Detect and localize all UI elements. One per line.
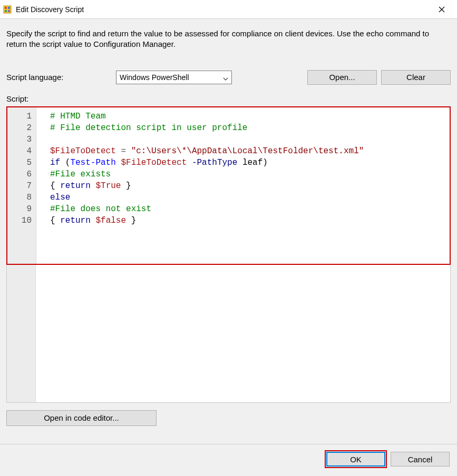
script-editor[interactable]: 12345678910 # HTMD Team# File detection … xyxy=(6,106,451,265)
close-icon xyxy=(439,6,445,13)
line-number: 6 xyxy=(14,168,32,180)
code-line xyxy=(50,134,445,145)
clear-button-label: Clear xyxy=(406,73,425,82)
code-line: else xyxy=(50,192,445,203)
editor-gutter: 12345678910 xyxy=(7,107,36,264)
line-number: 7 xyxy=(14,180,32,192)
svg-rect-3 xyxy=(5,10,7,12)
svg-rect-1 xyxy=(5,7,7,9)
code-line: #File exists xyxy=(50,168,445,180)
code-line: # File detection script in user profile xyxy=(50,122,445,134)
line-number: 5 xyxy=(14,157,32,168)
line-number: 3 xyxy=(14,134,32,145)
svg-rect-2 xyxy=(8,7,10,9)
code-line: #File does not exist xyxy=(50,203,445,215)
instructions-text: Specify the script to find and return th… xyxy=(6,28,451,50)
cancel-button[interactable]: Cancel xyxy=(391,452,450,467)
line-number: 4 xyxy=(14,145,32,157)
app-icon xyxy=(3,5,12,14)
chevron-down-icon xyxy=(223,75,228,80)
open-button-label: Open... xyxy=(329,73,355,82)
open-button[interactable]: Open... xyxy=(307,70,377,85)
line-number: 10 xyxy=(14,215,32,226)
script-language-label: Script language: xyxy=(6,73,112,82)
code-line: if (Test-Path $FileToDetect -PathType le… xyxy=(50,157,445,168)
code-line: { return $false } xyxy=(50,215,445,226)
code-line: # HTMD Team xyxy=(50,111,445,122)
ok-button-label: OK xyxy=(350,455,362,464)
ok-button[interactable]: OK xyxy=(326,452,385,467)
dialog-footer: OK Cancel xyxy=(0,444,457,476)
editor-empty-area[interactable] xyxy=(6,265,451,403)
line-number: 9 xyxy=(14,203,32,215)
window-titlebar: Edit Discovery Script xyxy=(0,0,457,19)
editor-code[interactable]: # HTMD Team# File detection script in us… xyxy=(36,107,450,264)
open-in-code-editor-label: Open in code editor... xyxy=(44,413,119,422)
script-language-select[interactable]: Windows PowerShell xyxy=(116,71,232,84)
code-line: { return $True } xyxy=(50,180,445,192)
script-language-value: Windows PowerShell xyxy=(120,73,189,82)
cancel-button-label: Cancel xyxy=(408,455,433,464)
script-label: Script: xyxy=(6,94,451,103)
clear-button[interactable]: Clear xyxy=(381,70,451,85)
window-title: Edit Discovery Script xyxy=(16,5,430,14)
open-in-code-editor-button[interactable]: Open in code editor... xyxy=(6,410,157,426)
close-button[interactable] xyxy=(430,0,454,19)
editor-gutter-empty xyxy=(7,265,36,402)
code-line: $FileToDetect = "c:\Users\*\AppData\Loca… xyxy=(50,145,445,157)
line-number: 1 xyxy=(14,111,32,122)
line-number: 2 xyxy=(14,122,32,134)
line-number: 8 xyxy=(14,192,32,203)
svg-rect-4 xyxy=(8,10,10,12)
